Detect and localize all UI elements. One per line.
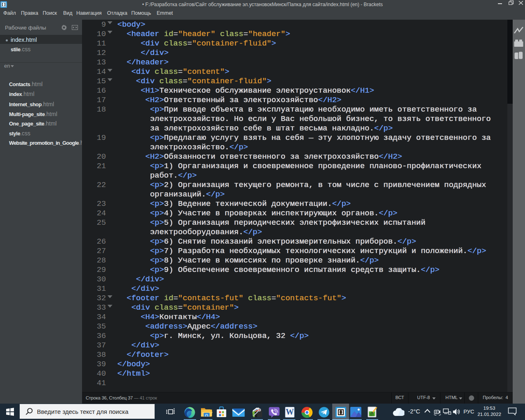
svg-text:W: W bbox=[286, 407, 294, 416]
